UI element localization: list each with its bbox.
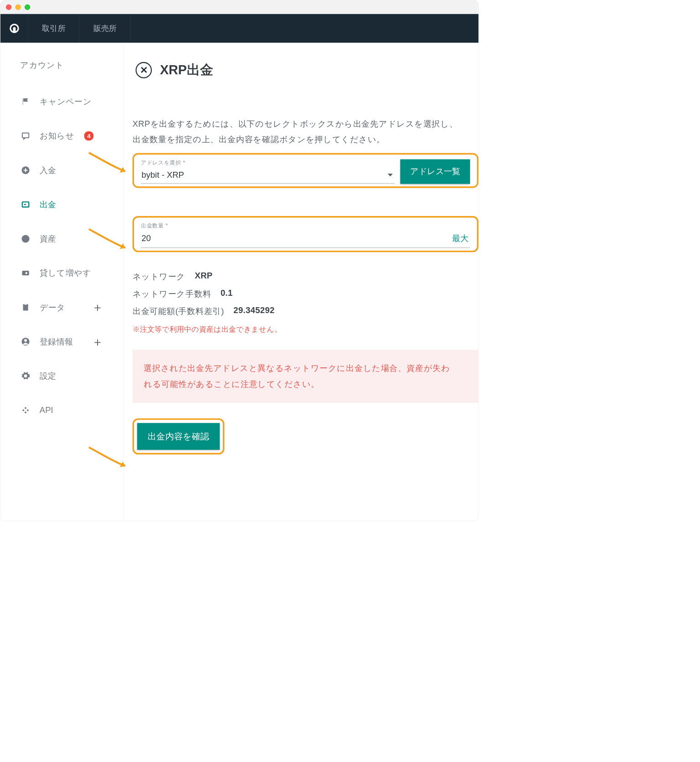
nav-exchange[interactable]: 取引所 bbox=[28, 14, 79, 43]
sidebar-item-label: 資産 bbox=[40, 233, 57, 245]
sidebar-item-campaign[interactable]: キャンペーン bbox=[0, 84, 124, 118]
available-value: 29.345292 bbox=[233, 306, 274, 317]
sidebar-item-deposit[interactable]: 入金 bbox=[0, 153, 124, 187]
warning-text: ※注文等で利用中の資産は出金できません。 bbox=[133, 324, 479, 334]
address-list-button[interactable]: アドレス一覧 bbox=[400, 159, 470, 184]
confirm-withdrawal-button[interactable]: 出金内容を確認 bbox=[137, 423, 220, 450]
sidebar-item-label: 出金 bbox=[40, 199, 57, 210]
fee-label: ネットワーク手数料 bbox=[133, 288, 211, 300]
sidebar: アカウント キャンペーン お知らせ 4 入金 出金 資産 bbox=[0, 43, 124, 521]
gear-icon bbox=[20, 371, 31, 381]
flag-icon bbox=[20, 96, 31, 107]
sidebar-item-api[interactable]: API bbox=[0, 393, 124, 427]
fee-value: 0.1 bbox=[221, 288, 233, 300]
address-selected-value: bybit - XRP bbox=[142, 170, 184, 180]
expand-icon: ＋ bbox=[92, 299, 103, 315]
user-icon bbox=[20, 336, 31, 347]
sidebar-item-label: キャンペーン bbox=[40, 96, 92, 108]
logo-icon bbox=[9, 23, 20, 34]
page-title: XRP出金 bbox=[160, 62, 213, 79]
max-button[interactable]: 最大 bbox=[452, 233, 468, 244]
page-description: XRPを出金するためには、以下のセレクトボックスから出金先アドレスを選択し、 出… bbox=[133, 116, 479, 147]
expand-icon: ＋ bbox=[92, 334, 103, 350]
sidebar-item-label: お知らせ bbox=[40, 130, 74, 142]
sidebar-item-lending[interactable]: 貸して増やす bbox=[0, 256, 124, 290]
xrp-icon: ✕ bbox=[136, 62, 152, 78]
pie-icon bbox=[20, 233, 31, 244]
sidebar-item-data[interactable]: データ ＋ bbox=[0, 290, 124, 324]
network-value: XRP bbox=[195, 271, 213, 282]
address-label: アドレスを選択 * bbox=[141, 159, 395, 166]
maximize-window-dot[interactable] bbox=[25, 4, 30, 10]
brand-logo[interactable] bbox=[0, 14, 29, 43]
network-label: ネットワーク bbox=[133, 271, 185, 282]
plus-circle-icon bbox=[20, 165, 31, 175]
main-content: ✕ XRP出金 XRPを出金するためには、以下のセレクトボックスから出金先アドレ… bbox=[124, 43, 479, 521]
nav-sales[interactable]: 販売所 bbox=[79, 14, 130, 43]
sidebar-item-label: 登録情報 bbox=[40, 336, 73, 347]
sidebar-item-notifications[interactable]: お知らせ 4 bbox=[0, 119, 124, 153]
svg-rect-0 bbox=[22, 133, 29, 138]
svg-rect-5 bbox=[23, 304, 28, 310]
amount-highlight: 出金数量 * 最大 bbox=[133, 216, 479, 252]
available-label: 出金可能額(手数料差引) bbox=[133, 306, 224, 317]
svg-rect-6 bbox=[25, 304, 27, 305]
sidebar-item-withdraw[interactable]: 出金 bbox=[0, 187, 124, 221]
sidebar-item-label: 入金 bbox=[40, 165, 57, 176]
sidebar-item-label: 設定 bbox=[40, 371, 57, 382]
sidebar-item-profile[interactable]: 登録情報 ＋ bbox=[0, 324, 124, 359]
address-highlight: アドレスを選択 * bybit - XRP アドレス一覧 bbox=[133, 153, 479, 188]
amount-label: 出金数量 * bbox=[141, 222, 470, 229]
address-select[interactable]: bybit - XRP bbox=[141, 168, 395, 184]
sidebar-item-settings[interactable]: 設定 bbox=[0, 359, 124, 393]
wallet-icon bbox=[20, 268, 31, 278]
svg-point-8 bbox=[24, 339, 27, 342]
sidebar-item-assets[interactable]: 資産 bbox=[0, 221, 124, 256]
chevron-down-icon bbox=[388, 174, 393, 176]
minimize-window-dot[interactable] bbox=[15, 4, 21, 10]
sidebar-title: アカウント bbox=[0, 60, 124, 85]
sidebar-item-label: 貸して増やす bbox=[40, 268, 92, 279]
sidebar-item-label: データ bbox=[40, 302, 66, 313]
submit-highlight: 出金内容を確認 bbox=[133, 418, 225, 454]
withdraw-icon bbox=[20, 199, 31, 210]
close-window-dot[interactable] bbox=[6, 4, 11, 10]
window-titlebar bbox=[0, 0, 479, 14]
withdrawal-info: ネットワーク XRP ネットワーク手数料 0.1 出金可能額(手数料差引) 29… bbox=[133, 271, 479, 317]
sidebar-item-label: API bbox=[40, 406, 53, 415]
notification-badge: 4 bbox=[84, 131, 94, 141]
chat-icon bbox=[20, 131, 31, 141]
svg-point-4 bbox=[26, 272, 27, 274]
api-icon bbox=[20, 405, 31, 416]
top-nav: 取引所 販売所 bbox=[0, 14, 479, 43]
clipboard-icon bbox=[20, 302, 31, 313]
network-alert: 選択された出金先アドレスと異なるネットワークに出金した場合、資産が失わ れる可能… bbox=[133, 350, 479, 403]
amount-input[interactable] bbox=[142, 234, 452, 243]
